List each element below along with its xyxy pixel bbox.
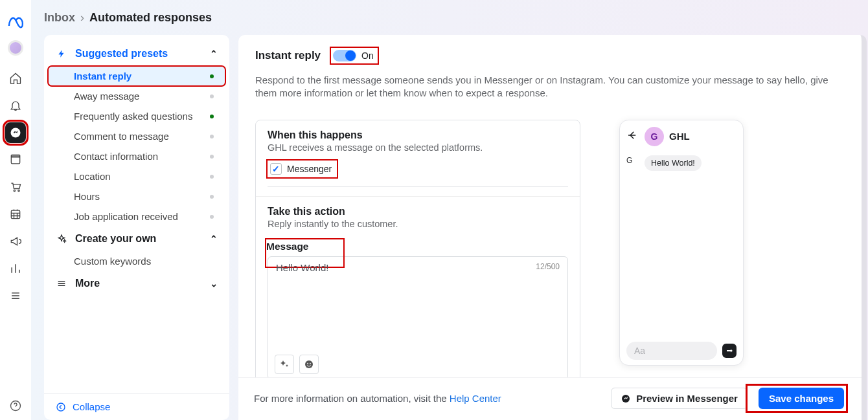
toggle-label: On (361, 50, 374, 61)
page-title: Instant reply (255, 49, 321, 62)
svg-point-3 (14, 190, 15, 192)
sparkle-icon (56, 234, 67, 244)
status-dot (210, 155, 214, 159)
main-panel: Instant reply On Respond to the first me… (238, 35, 867, 420)
preset-label: Away message (74, 91, 210, 102)
account-avatar[interactable] (8, 40, 23, 56)
preset-label: Job application received (74, 211, 210, 222)
preview-input: Aa (626, 342, 717, 360)
svg-rect-5 (11, 210, 19, 219)
collapse-label: Collapse (73, 401, 110, 412)
save-changes-button[interactable]: Save changes (759, 388, 844, 409)
nav-insights-icon[interactable] (5, 258, 26, 279)
lightning-icon (56, 49, 67, 58)
automation-sidebar: Suggested presets ⌃ Instant reply Away m… (44, 35, 229, 420)
svg-point-0 (11, 128, 21, 138)
section-label: Suggested presets (75, 48, 202, 60)
preset-away-message[interactable]: Away message (48, 86, 225, 106)
nav-cart-icon[interactable] (5, 177, 26, 197)
status-dot (210, 74, 214, 78)
preset-comment-to-message[interactable]: Comment to message (48, 126, 225, 146)
action-title: Take this action (268, 206, 568, 217)
chevron-up-icon: ⌃ (210, 49, 218, 59)
status-dot (210, 94, 214, 98)
preview-account-name: GHL (669, 131, 690, 142)
svg-point-9 (307, 362, 308, 364)
action-subtitle: Reply instantly to the customer. (268, 219, 568, 229)
message-value: Hello World! (276, 262, 536, 273)
svg-point-4 (18, 190, 19, 192)
collapse-icon (56, 402, 66, 412)
preset-location[interactable]: Location (48, 166, 225, 186)
svg-point-11 (622, 395, 630, 403)
preset-label: Frequently asked questions (74, 111, 210, 122)
svg-point-10 (310, 362, 311, 364)
status-dot (210, 175, 214, 179)
when-subtitle: GHL receives a message on the selected p… (268, 142, 568, 153)
section-label: Create your own (75, 233, 202, 245)
breadcrumb-current: Automated responses (89, 11, 212, 25)
nav-posts-icon[interactable] (5, 149, 26, 170)
preset-job-application[interactable]: Job application received (48, 206, 225, 227)
section-more[interactable]: More ⌃ (44, 271, 229, 296)
status-dot (210, 195, 214, 199)
checkbox-label: Messenger (287, 164, 332, 174)
breadcrumb-inbox[interactable]: Inbox (44, 11, 75, 25)
nav-calendar-icon[interactable] (5, 204, 26, 225)
preview-in-messenger-button[interactable]: Preview in Messenger (611, 388, 748, 409)
message-textarea[interactable]: Hello World! 12/500 (268, 256, 568, 378)
message-label: Message (266, 241, 308, 252)
nav-help-icon[interactable] (8, 398, 23, 414)
svg-point-8 (305, 360, 313, 368)
preview-msg-avatar: G (626, 156, 641, 170)
section-label: More (75, 278, 202, 289)
platform-messenger-checkbox[interactable]: ✓ Messenger (268, 160, 337, 177)
preset-label: Hours (74, 191, 210, 202)
checkbox-icon: ✓ (270, 163, 282, 175)
personalize-button[interactable] (275, 355, 294, 374)
status-dot (210, 215, 214, 219)
nav-menu-icon[interactable] (5, 285, 26, 306)
toggle-switch[interactable] (333, 50, 356, 61)
messenger-icon (621, 393, 631, 404)
status-dot (210, 135, 214, 138)
preset-label: Comment to message (74, 131, 210, 142)
section-suggested-presets[interactable]: Suggested presets ⌃ (44, 41, 229, 66)
preset-label: Instant reply (74, 71, 210, 82)
menu-icon (56, 278, 67, 289)
help-center-link[interactable]: Help Center (450, 393, 501, 404)
nav-home-icon[interactable] (5, 68, 26, 89)
preset-contact-info[interactable]: Contact information (48, 146, 225, 166)
preset-label: Contact information (74, 151, 210, 162)
char-counter: 12/500 (536, 262, 560, 273)
when-title: When this happens (268, 129, 568, 141)
svg-point-7 (57, 403, 65, 411)
nav-bell-icon[interactable] (5, 95, 26, 116)
preset-instant-reply[interactable]: Instant reply (48, 66, 225, 86)
section-create-your-own[interactable]: Create your own ⌃ (44, 227, 229, 251)
preset-faq[interactable]: Frequently asked questions (48, 106, 225, 126)
message-preview: G GHL G Hello World! Aa (619, 120, 744, 366)
chevron-right-icon: › (80, 11, 84, 25)
nav-ads-icon[interactable] (5, 231, 26, 252)
breadcrumb: Inbox › Automated responses (31, 0, 868, 35)
status-dot (210, 115, 214, 118)
chevron-up-icon: ⌃ (210, 234, 218, 244)
preview-avatar: G (645, 127, 664, 146)
back-icon[interactable] (626, 129, 639, 143)
meta-logo[interactable] (7, 14, 24, 31)
chevron-down-icon: ⌃ (210, 278, 218, 289)
emoji-button[interactable] (299, 355, 319, 374)
preset-hours[interactable]: Hours (48, 186, 225, 206)
left-rail (0, 0, 31, 420)
nav-inbox-icon[interactable] (5, 122, 26, 143)
config-card: When this happens GHL receives a message… (255, 120, 580, 378)
preset-label: Custom keywords (74, 256, 214, 267)
instant-reply-toggle[interactable]: On (331, 48, 378, 63)
preset-custom-keywords[interactable]: Custom keywords (48, 251, 225, 271)
footer-text: For more information on automation, visi… (254, 393, 501, 404)
page-description: Respond to the first message someone sen… (255, 74, 845, 100)
preview-bubble: Hello World! (645, 155, 702, 171)
collapse-button[interactable]: Collapse (44, 393, 229, 420)
button-label: Preview in Messenger (636, 393, 738, 404)
